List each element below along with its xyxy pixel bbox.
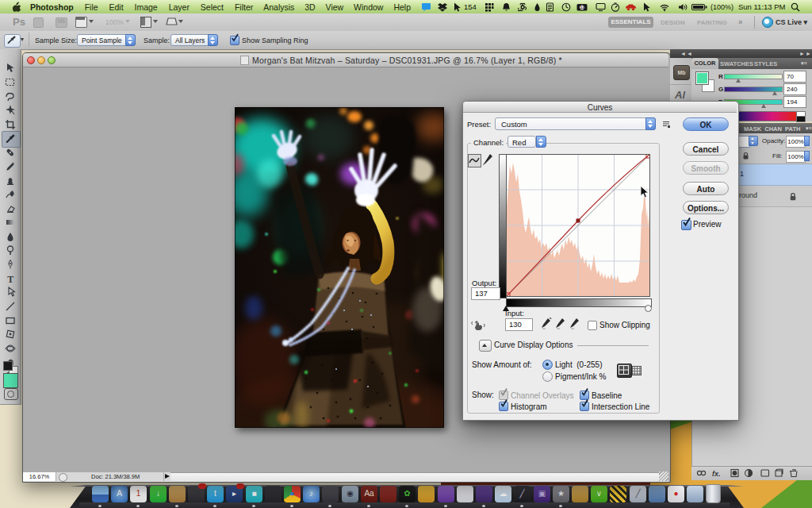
- svg-text:fx.: fx.: [712, 470, 721, 478]
- svg-text:12: 12: [580, 5, 585, 10]
- svg-text:T: T: [7, 274, 13, 285]
